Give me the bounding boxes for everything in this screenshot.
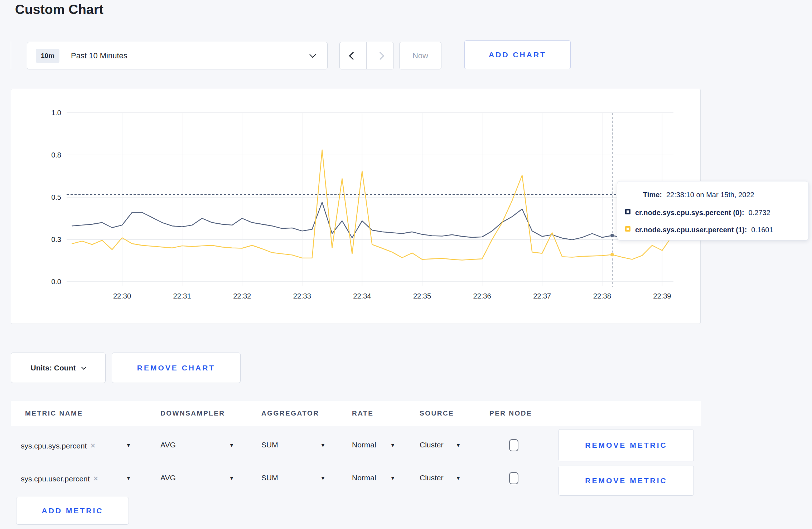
chevron-right-icon bbox=[376, 52, 384, 60]
sys-series-swatch-icon bbox=[625, 209, 630, 214]
timeseries-chart[interactable]: 0.00.30.50.81.022:3022:3122:3222:3322:34… bbox=[11, 89, 701, 324]
user-series-swatch-icon bbox=[625, 226, 630, 232]
rate-select[interactable]: Normal bbox=[352, 441, 376, 449]
chevron-down-icon bbox=[81, 364, 86, 369]
remove-metric-button[interactable]: REMOVE METRIC bbox=[559, 466, 694, 496]
time-range-label: Past 10 Minutes bbox=[71, 51, 127, 60]
metric-dropdown-arrow-icon[interactable]: ▼ bbox=[126, 442, 131, 448]
svg-text:1.0: 1.0 bbox=[51, 109, 61, 117]
custom-chart-page: Custom Chart 10m Past 10 Minutes Now ADD… bbox=[0, 0, 812, 529]
metric-name-dropdown[interactable]: sys.cpu.sys.percent× bbox=[21, 441, 95, 451]
per-node-checkbox[interactable] bbox=[509, 472, 518, 484]
downsampler-arrow-icon[interactable]: ▼ bbox=[229, 475, 234, 481]
aggregator-select[interactable]: SUM bbox=[261, 474, 278, 482]
svg-text:0.8: 0.8 bbox=[51, 151, 61, 159]
tooltip-series-sys: cr.node.sys.cpu.sys.percent (0):0.2732 bbox=[635, 209, 770, 217]
rate-arrow-icon[interactable]: ▼ bbox=[390, 442, 395, 448]
downsampler-arrow-icon[interactable]: ▼ bbox=[229, 442, 234, 448]
col-aggregator: AGGREGATOR bbox=[261, 409, 319, 417]
source-select[interactable]: Cluster bbox=[420, 441, 444, 449]
next-time-button[interactable] bbox=[367, 42, 393, 69]
downsampler-select[interactable]: AVG bbox=[160, 441, 176, 449]
svg-text:22:36: 22:36 bbox=[473, 292, 491, 300]
metric-dropdown-arrow-icon[interactable]: ▼ bbox=[126, 475, 131, 481]
source-arrow-icon[interactable]: ▼ bbox=[456, 442, 461, 448]
col-source: SOURCE bbox=[420, 409, 454, 417]
svg-text:22:31: 22:31 bbox=[173, 292, 191, 300]
source-arrow-icon[interactable]: ▼ bbox=[456, 475, 461, 481]
rate-arrow-icon[interactable]: ▼ bbox=[390, 475, 395, 481]
clear-metric-icon[interactable]: × bbox=[93, 474, 98, 483]
units-dropdown[interactable]: Units: Count bbox=[11, 353, 106, 383]
aggregator-arrow-icon[interactable]: ▼ bbox=[320, 475, 325, 481]
svg-text:0.0: 0.0 bbox=[51, 278, 61, 286]
svg-text:22:35: 22:35 bbox=[413, 292, 431, 300]
time-range-dropdown[interactable]: 10m Past 10 Minutes bbox=[27, 42, 328, 69]
chart-card: 0.00.30.50.81.022:3022:3122:3222:3322:34… bbox=[11, 89, 701, 324]
col-rate: RATE bbox=[352, 409, 373, 417]
svg-text:22:32: 22:32 bbox=[233, 292, 251, 300]
add-metric-button[interactable]: ADD METRIC bbox=[16, 497, 129, 525]
rate-select[interactable]: Normal bbox=[352, 474, 376, 482]
remove-metric-button[interactable]: REMOVE METRIC bbox=[559, 429, 694, 461]
svg-text:22:33: 22:33 bbox=[293, 292, 311, 300]
clear-metric-icon[interactable]: × bbox=[90, 441, 95, 450]
col-per-node: PER NODE bbox=[489, 409, 532, 417]
svg-text:22:34: 22:34 bbox=[353, 292, 371, 300]
tooltip-series-user: cr.node.sys.cpu.user.percent (1):0.1601 bbox=[635, 226, 773, 234]
svg-text:0.3: 0.3 bbox=[51, 236, 61, 243]
metric-table-header: METRIC NAME DOWNSAMPLER AGGREGATOR RATE … bbox=[11, 401, 701, 426]
chevron-left-icon bbox=[349, 52, 357, 60]
svg-text:22:39: 22:39 bbox=[653, 292, 671, 300]
downsampler-select[interactable]: AVG bbox=[160, 474, 176, 482]
now-button[interactable]: Now bbox=[399, 42, 441, 69]
add-chart-button[interactable]: ADD CHART bbox=[464, 40, 571, 69]
svg-text:0.5: 0.5 bbox=[51, 193, 61, 201]
prev-time-button[interactable] bbox=[340, 42, 367, 69]
toolbar-divider bbox=[11, 42, 11, 69]
units-label: Units: Count bbox=[31, 364, 76, 372]
time-range-badge: 10m bbox=[36, 49, 59, 63]
aggregator-select[interactable]: SUM bbox=[261, 441, 278, 449]
metric-name-dropdown[interactable]: sys.cpu.user.percent× bbox=[21, 474, 98, 484]
col-metric-name: METRIC NAME bbox=[25, 409, 83, 417]
chart-tooltip: Time:22:38:10 on Mar 15th, 2022 cr.node.… bbox=[617, 181, 809, 241]
chevron-down-icon bbox=[309, 51, 316, 58]
svg-text:22:37: 22:37 bbox=[533, 292, 551, 300]
aggregator-arrow-icon[interactable]: ▼ bbox=[320, 442, 325, 448]
page-title: Custom Chart bbox=[15, 2, 103, 17]
per-node-checkbox[interactable] bbox=[509, 439, 518, 451]
tooltip-time: Time:22:38:10 on Mar 15th, 2022 bbox=[643, 191, 754, 199]
remove-chart-button[interactable]: REMOVE CHART bbox=[112, 353, 241, 383]
svg-text:22:30: 22:30 bbox=[113, 292, 131, 300]
svg-text:22:38: 22:38 bbox=[593, 292, 611, 300]
source-select[interactable]: Cluster bbox=[420, 474, 444, 482]
col-downsampler: DOWNSAMPLER bbox=[160, 409, 225, 417]
time-nav-group bbox=[339, 42, 394, 69]
